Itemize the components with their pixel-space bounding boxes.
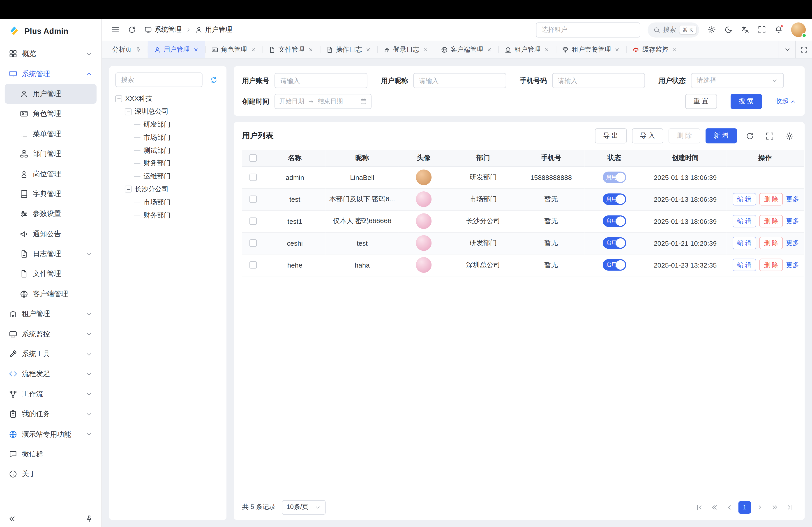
tree-node-dev-dept[interactable]: 研发部门 bbox=[115, 118, 220, 131]
collapse-node-icon[interactable] bbox=[125, 186, 131, 193]
reset-button[interactable]: 重 置 bbox=[685, 94, 717, 109]
tab-client-management[interactable]: 客户端管理 bbox=[434, 41, 498, 58]
phone-input[interactable] bbox=[552, 73, 645, 88]
tenant-select[interactable] bbox=[536, 22, 640, 37]
status-select[interactable]: 请选择 bbox=[691, 73, 784, 88]
status-toggle[interactable]: 启用 bbox=[603, 237, 626, 249]
add-button[interactable]: 新 增 bbox=[705, 128, 737, 144]
last-page-button[interactable] bbox=[784, 501, 796, 513]
delete-row-button[interactable]: 删 除 bbox=[759, 259, 783, 271]
tab-dropdown-button[interactable] bbox=[779, 41, 795, 58]
row-checkbox[interactable] bbox=[249, 261, 257, 269]
sidebar-item-dict-management[interactable]: 字典管理 bbox=[5, 184, 97, 204]
close-tab-icon[interactable] bbox=[365, 47, 371, 52]
sidebar-item-file-management[interactable]: 文件管理 bbox=[5, 264, 97, 284]
sidebar-item-tenant-management[interactable]: 租户管理 bbox=[5, 304, 97, 324]
sidebar-item-system-tools[interactable]: 系统工具 bbox=[5, 344, 97, 364]
nickname-input[interactable] bbox=[413, 73, 506, 88]
delete-row-button[interactable]: 删 除 bbox=[759, 193, 783, 206]
table-fullscreen-button[interactable] bbox=[763, 129, 777, 143]
row-checkbox[interactable] bbox=[249, 196, 257, 203]
tree-node-finance-dept[interactable]: 财务部门 bbox=[115, 157, 220, 170]
tab-role-management[interactable]: 角色管理 bbox=[205, 41, 262, 58]
sidebar-item-param-settings[interactable]: 参数设置 bbox=[5, 204, 97, 224]
sidebar-item-workflow[interactable]: 工作流 bbox=[5, 384, 97, 404]
tab-fullscreen-button[interactable] bbox=[795, 41, 812, 58]
next-page-button[interactable] bbox=[754, 501, 766, 513]
sidebar-item-system-monitor[interactable]: 系统监控 bbox=[5, 324, 97, 344]
more-button[interactable]: 更多 bbox=[786, 195, 799, 202]
row-checkbox[interactable] bbox=[249, 217, 257, 225]
tree-node-company-root[interactable]: XXX科技 bbox=[115, 92, 220, 105]
edit-button[interactable]: 编 辑 bbox=[733, 237, 756, 249]
sidebar-item-system-management[interactable]: 系统管理 bbox=[5, 64, 97, 84]
tree-node-changsha-branch[interactable]: 长沙分公司 bbox=[115, 183, 220, 196]
sidebar-item-wechat-group[interactable]: 微信群 bbox=[5, 444, 97, 464]
jump-back-button[interactable] bbox=[708, 501, 721, 513]
status-toggle[interactable]: 启用 bbox=[603, 259, 626, 271]
row-checkbox[interactable] bbox=[249, 239, 257, 246]
row-checkbox[interactable] bbox=[249, 174, 257, 181]
language-button[interactable] bbox=[738, 22, 752, 37]
collapse-sidebar-button[interactable] bbox=[6, 513, 18, 524]
sidebar-item-overview[interactable]: 概览 bbox=[5, 44, 97, 64]
tab-cache-monitor[interactable]: 缓存监控 bbox=[626, 41, 683, 58]
close-tab-icon[interactable] bbox=[308, 47, 313, 52]
tree-node-test-dept[interactable]: 测试部门 bbox=[115, 144, 220, 157]
tree-refresh-button[interactable] bbox=[207, 73, 220, 87]
tab-login-log[interactable]: 登录日志 bbox=[377, 41, 434, 58]
tree-search-input[interactable] bbox=[115, 73, 202, 87]
sidebar-item-user-management[interactable]: 用户管理 bbox=[5, 84, 97, 104]
table-refresh-button[interactable] bbox=[743, 129, 757, 143]
table-settings-button[interactable] bbox=[783, 129, 796, 143]
close-tab-icon[interactable] bbox=[193, 47, 199, 52]
first-page-button[interactable] bbox=[693, 501, 706, 513]
tree-node-market-dept[interactable]: 市场部门 bbox=[115, 131, 220, 144]
search-button[interactable]: 搜 索 bbox=[730, 94, 762, 109]
page-number-button[interactable]: 1 bbox=[738, 501, 751, 513]
delete-button[interactable]: 删 除 bbox=[669, 128, 700, 144]
sidebar-item-about[interactable]: 关于 bbox=[5, 464, 97, 484]
more-button[interactable]: 更多 bbox=[786, 217, 799, 225]
status-toggle[interactable]: 启用 bbox=[603, 215, 626, 227]
jump-forward-button[interactable] bbox=[769, 501, 781, 513]
fullscreen-button[interactable] bbox=[754, 22, 769, 37]
close-tab-icon[interactable] bbox=[672, 47, 677, 52]
more-button[interactable]: 更多 bbox=[786, 261, 799, 268]
delete-row-button[interactable]: 删 除 bbox=[759, 215, 783, 227]
pin-sidebar-button[interactable] bbox=[84, 513, 95, 524]
user-avatar[interactable] bbox=[791, 22, 806, 37]
close-tab-icon[interactable] bbox=[486, 47, 492, 52]
notification-button[interactable] bbox=[771, 22, 786, 37]
sidebar-item-post-management[interactable]: 岗位管理 bbox=[5, 164, 97, 184]
account-input[interactable] bbox=[275, 73, 367, 88]
tree-node-ops-dept[interactable]: 运维部门 bbox=[115, 170, 220, 183]
tree-node-market-dept-2[interactable]: 市场部门 bbox=[115, 196, 220, 209]
sidebar-item-role-management[interactable]: 角色管理 bbox=[5, 104, 97, 124]
menu-toggle-button[interactable] bbox=[108, 22, 123, 37]
edit-button[interactable]: 编 辑 bbox=[733, 259, 756, 271]
sidebar-item-client-management[interactable]: 客户端管理 bbox=[5, 284, 97, 304]
collapse-filter-button[interactable]: 收起 bbox=[775, 97, 796, 106]
import-button[interactable]: 导 入 bbox=[632, 128, 663, 144]
sidebar-item-my-tasks[interactable]: 我的任务 bbox=[5, 404, 97, 424]
sidebar-item-menu-management[interactable]: 菜单管理 bbox=[5, 124, 97, 144]
delete-row-button[interactable]: 删 除 bbox=[759, 237, 783, 249]
refresh-page-button[interactable] bbox=[125, 22, 140, 37]
tree-node-shenzhen-hq[interactable]: 深圳总公司 bbox=[115, 105, 220, 118]
edit-button[interactable]: 编 辑 bbox=[733, 193, 756, 206]
close-tab-icon[interactable] bbox=[422, 47, 428, 52]
app-logo[interactable]: Plus Admin bbox=[0, 19, 101, 43]
sidebar-item-log-management[interactable]: 日志管理 bbox=[5, 244, 97, 264]
collapse-node-icon[interactable] bbox=[125, 108, 131, 115]
page-size-select[interactable]: 10条/页 bbox=[282, 500, 325, 515]
select-all-checkbox[interactable] bbox=[249, 154, 257, 161]
breadcrumb-item-user-management[interactable]: 用户管理 bbox=[195, 25, 232, 34]
close-tab-icon[interactable] bbox=[544, 47, 549, 52]
close-tab-icon[interactable] bbox=[250, 47, 256, 52]
sidebar-item-notice[interactable]: 通知公告 bbox=[5, 224, 97, 244]
pin-icon[interactable] bbox=[135, 46, 141, 53]
settings-button[interactable] bbox=[705, 22, 719, 37]
export-button[interactable]: 导 出 bbox=[595, 128, 627, 144]
tab-user-management[interactable]: 用户管理 bbox=[147, 41, 205, 58]
